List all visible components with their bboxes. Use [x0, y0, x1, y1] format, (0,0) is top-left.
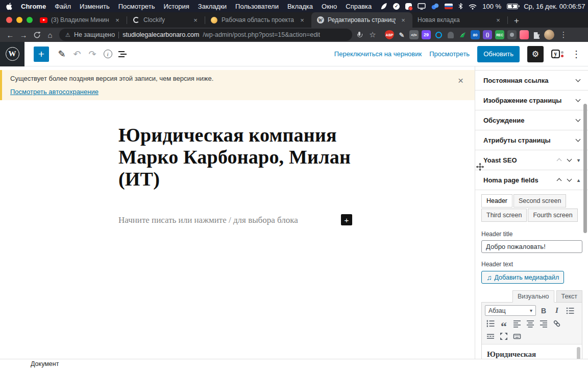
close-window-button[interactable]	[6, 17, 12, 23]
block-inserter-button[interactable]: +	[341, 214, 352, 225]
panel-page-attributes[interactable]: Атрибуты страницы	[475, 130, 588, 150]
close-tab-icon[interactable]: ×	[191, 16, 200, 24]
bullet-list-icon[interactable]	[565, 306, 576, 316]
new-tab-button[interactable]: +	[510, 14, 523, 28]
extensions-puzzle-icon[interactable]	[532, 30, 541, 39]
bold-icon[interactable]: B	[538, 306, 549, 316]
home-icon[interactable]: ⌂	[44, 29, 56, 41]
tab-fourth-screen[interactable]: Fourth screen	[528, 209, 577, 222]
close-tab-icon[interactable]: ×	[113, 16, 121, 24]
clockify-extension-icon[interactable]	[434, 30, 443, 39]
toolbar-toggle-icon[interactable]	[511, 331, 523, 341]
pen-extension-icon[interactable]: ✎	[397, 30, 406, 39]
tab-project-workspace[interactable]: Рабочая область проекта Дор ×	[205, 12, 311, 28]
bird-extension-icon[interactable]	[458, 30, 468, 39]
menu-bookmarks[interactable]: Закладки	[198, 3, 227, 10]
menu-history[interactable]: История	[163, 3, 189, 10]
keyboard-layout-flag-icon[interactable]	[445, 4, 453, 9]
tab-third-screen[interactable]: Third screen	[481, 209, 527, 222]
panel-yoast-seo[interactable]: Yoast SEO ▾	[475, 150, 588, 170]
block-inserter-toggle-button[interactable]: +	[34, 47, 49, 62]
link-icon[interactable]	[551, 318, 562, 329]
wifi-icon[interactable]	[469, 3, 477, 10]
video-extension-icon[interactable]: 80	[471, 30, 480, 39]
check-circle-status-icon[interactable]: ✓	[393, 3, 400, 10]
post-title-field[interactable]: Юридическая компания Марко Карбонаро, Ми…	[118, 124, 363, 190]
bluetooth-icon[interactable]	[458, 3, 463, 10]
call-status-icon[interactable]	[405, 3, 412, 10]
empty-block-placeholder[interactable]: Начните писать или нажмите / для выбора …	[118, 215, 298, 225]
update-button[interactable]: Обновить	[477, 46, 520, 62]
battery-icon[interactable]	[507, 4, 518, 9]
code-extension-icon[interactable]: </>	[409, 30, 419, 39]
wordpress-logo-button[interactable]: W	[0, 42, 24, 66]
tinymce-content[interactable]: Юридическая	[482, 344, 582, 359]
settings-gear-button[interactable]: ⚙	[527, 46, 544, 62]
adblock-extension-icon[interactable]: ABP	[385, 30, 394, 39]
move-down-icon[interactable]	[567, 157, 572, 162]
read-more-tag-icon[interactable]	[485, 331, 496, 341]
menu-help[interactable]: Справка	[346, 3, 372, 10]
menu-tab[interactable]: Вкладка	[287, 3, 313, 10]
close-tab-icon[interactable]: ×	[298, 16, 306, 24]
italic-icon[interactable]: I	[551, 306, 562, 316]
apple-icon[interactable]	[6, 3, 12, 10]
fullscreen-icon[interactable]	[498, 331, 509, 341]
dismiss-notice-icon[interactable]: ×	[458, 75, 463, 86]
list-view-icon[interactable]	[115, 47, 131, 62]
yoast-seo-button[interactable]: y	[551, 50, 564, 58]
profile-avatar[interactable]	[544, 30, 554, 40]
panel-permalink[interactable]: Постоянная ссылка	[475, 71, 588, 90]
panel-discussion[interactable]: Обсуждение	[475, 110, 588, 130]
bookmark-star-icon[interactable]: ☆	[366, 29, 379, 41]
sidebar-scrollbar[interactable]	[583, 104, 587, 233]
menu-edit[interactable]: Изменить	[80, 3, 110, 10]
menu-file[interactable]: Файл	[55, 3, 71, 10]
details-info-icon[interactable]: i	[100, 47, 115, 62]
voice-search-icon[interactable]	[353, 29, 365, 41]
chrome-menu-kebab-icon[interactable]: ⋮	[557, 29, 570, 41]
collapse-triangle-icon[interactable]: ▾	[577, 157, 580, 163]
align-center-icon[interactable]	[525, 318, 536, 329]
view-autosave-link[interactable]: Посмотреть автосохранение	[10, 88, 99, 96]
tab-counter-extension-icon[interactable]: 29	[422, 30, 431, 39]
preview-link[interactable]: Просмотреть	[429, 50, 470, 58]
move-up-icon[interactable]	[557, 178, 562, 183]
not-secure-warning-icon[interactable]: ⚠	[65, 32, 70, 38]
tab-visual[interactable]: Визуально	[512, 290, 554, 303]
menu-chrome[interactable]: Chrome	[21, 3, 46, 10]
undo-icon[interactable]: ↶	[69, 47, 85, 62]
add-media-button[interactable]: ♫ Добавить медиафайл	[481, 271, 564, 284]
format-select[interactable]: Абзац ▾	[485, 305, 536, 316]
tab-new-tab[interactable]: Новая вкладка ×	[412, 12, 507, 28]
tab-clockify[interactable]: Clockify ×	[127, 12, 205, 28]
pink-extension-icon[interactable]	[520, 30, 529, 39]
pen-status-icon[interactable]	[380, 3, 387, 10]
close-tab-icon[interactable]: ×	[494, 16, 502, 24]
document-breadcrumb[interactable]: Документ	[31, 360, 59, 367]
address-bar[interactable]: ⚠ Не защищено studiolegalecarbonaro.com …	[59, 29, 352, 41]
options-kebab-icon[interactable]: ⋮	[571, 47, 581, 62]
tab-text[interactable]: Текст	[556, 290, 582, 303]
panel-featured-image[interactable]: Изображение страницы	[475, 90, 588, 110]
tab-header[interactable]: Header	[481, 194, 512, 208]
menu-view[interactable]: Посмотреть	[118, 3, 155, 10]
braces-extension-icon[interactable]: {}	[483, 30, 492, 39]
tab-wordpress-editor-active[interactable]: W Редактировать страницу ‹ St ×	[311, 12, 412, 28]
forward-icon[interactable]: →	[17, 29, 30, 41]
move-up-icon[interactable]	[557, 158, 562, 164]
menu-users[interactable]: Пользователи	[235, 3, 279, 10]
minimize-window-button[interactable]	[16, 17, 22, 23]
tinymce-scrollbar[interactable]	[577, 347, 580, 359]
numbered-list-icon[interactable]	[485, 318, 496, 329]
switch-to-draft-link[interactable]: Переключиться на черновик	[334, 50, 422, 58]
panel-homa-page-fields[interactable]: Homa page fields ▴	[475, 170, 588, 190]
tab-youtube[interactable]: (3) Владилен Минин – Как од ×	[35, 12, 127, 28]
display-status-icon[interactable]	[418, 3, 426, 10]
maximize-window-button[interactable]	[27, 17, 33, 23]
align-right-icon[interactable]	[538, 318, 549, 329]
blockquote-icon[interactable]: “	[498, 318, 509, 329]
ghost-extension-icon[interactable]	[446, 30, 455, 39]
collapse-triangle-icon[interactable]: ▴	[577, 177, 580, 183]
menubar-clock[interactable]: Ср, 16 дек. 00:06:57	[524, 3, 585, 10]
